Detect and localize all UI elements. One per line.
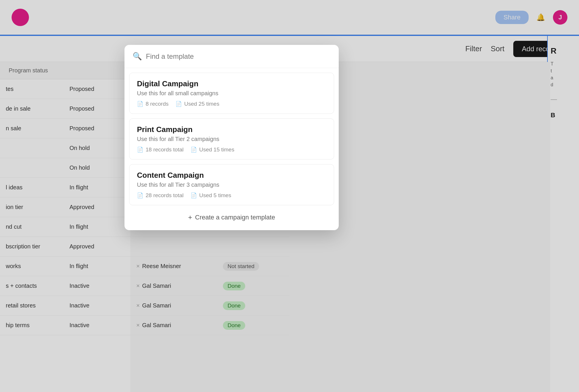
template-modal: 🔍 Digital Campaign Use this for all smal… [124, 45, 339, 230]
records-count: 8 records [146, 101, 168, 107]
search-icon: 🔍 [133, 52, 142, 61]
create-template-label: Create a campaign template [195, 214, 275, 221]
records-count: 18 records total [146, 146, 184, 153]
template-records: 📄 18 records total [137, 146, 184, 153]
search-input[interactable] [146, 52, 331, 61]
template-card-0[interactable]: Digital Campaign Use this for all small … [129, 73, 334, 114]
template-description: Use this for all Tier 2 campaigns [137, 136, 326, 142]
template-title: Digital Campaign [137, 79, 326, 88]
template-title: Content Campaign [137, 171, 326, 180]
plus-icon: + [188, 213, 192, 221]
modal-search-area: 🔍 [124, 45, 339, 68]
template-description: Use this for all Tier 3 campaigns [137, 182, 326, 188]
used-icon: 📄 [190, 146, 197, 153]
template-records: 📄 8 records [137, 101, 168, 107]
template-used: 📄 Used 25 times [175, 101, 219, 107]
template-card-2[interactable]: Content Campaign Use this for all Tier 3… [129, 164, 334, 205]
template-meta: 📄 28 records total 📄 Used 5 times [137, 192, 326, 199]
template-description: Use this for all small campaigns [137, 90, 326, 97]
template-used: 📄 Used 5 times [190, 192, 231, 199]
create-template-button[interactable]: + Create a campaign template [124, 208, 339, 227]
records-count: 28 records total [146, 192, 184, 199]
template-meta: 📄 18 records total 📄 Used 15 times [137, 146, 326, 153]
template-meta: 📄 8 records 📄 Used 25 times [137, 101, 326, 107]
records-icon: 📄 [137, 101, 143, 107]
template-title: Print Campaign [137, 125, 326, 134]
records-icon: 📄 [137, 146, 143, 153]
used-count: Used 5 times [199, 192, 231, 199]
template-records: 📄 28 records total [137, 192, 184, 199]
used-count: Used 25 times [184, 101, 219, 107]
template-cards-list: Digital Campaign Use this for all small … [124, 73, 339, 205]
template-card-1[interactable]: Print Campaign Use this for all Tier 2 c… [129, 118, 334, 160]
used-count: Used 15 times [199, 146, 234, 153]
used-icon: 📄 [175, 101, 182, 107]
used-icon: 📄 [190, 192, 197, 199]
template-used: 📄 Used 15 times [190, 146, 234, 153]
records-icon: 📄 [137, 192, 143, 199]
